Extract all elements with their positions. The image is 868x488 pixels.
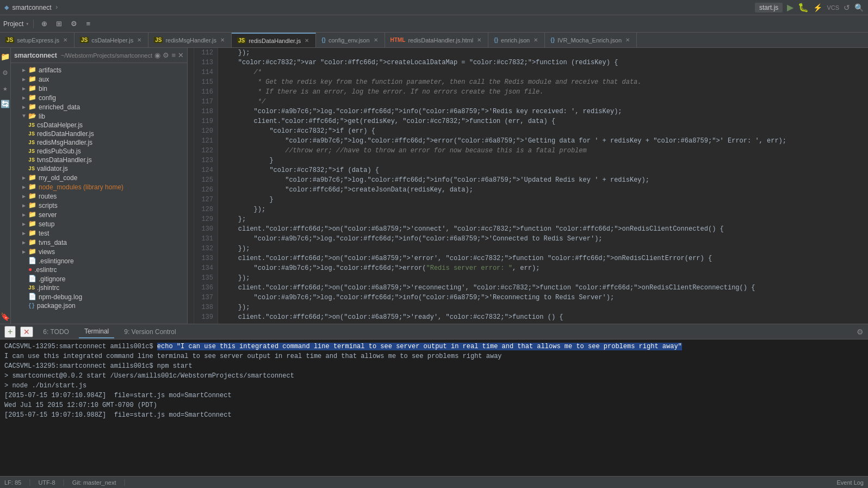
sidebar-item-views[interactable]: ▶ 📁 views — [11, 247, 187, 256]
sidebar-item-label: .gitignore — [39, 275, 65, 283]
sidebar-item-scripts[interactable]: ▶ 📁 scripts — [11, 201, 187, 210]
app-title: smartconnect — [12, 4, 51, 11]
coverage-button[interactable]: ⚡ — [813, 3, 822, 12]
sidebar-item-server[interactable]: ▶ 📁 server — [11, 210, 187, 219]
tab-close-icon[interactable]: ✕ — [624, 36, 631, 44]
tab-html-icon: HTML — [390, 37, 406, 43]
app-icon: ◆ — [4, 3, 9, 12]
terminal-body[interactable]: CACSVML-13295:smartconnect amills001c$ e… — [0, 339, 868, 476]
favorites-icon[interactable]: ★ — [2, 82, 8, 95]
sidebar-item-label: tvns_data — [39, 239, 67, 246]
tab-close-icon[interactable]: ✕ — [532, 36, 539, 44]
sidebar-item-routes[interactable]: ▶ 📁 routes — [11, 192, 187, 201]
toolbar-btn-3[interactable]: ⚙ — [67, 18, 80, 29]
terminal-add-btn[interactable]: + — [4, 326, 16, 338]
tab-close-icon[interactable]: ✕ — [136, 36, 142, 44]
status-git[interactable]: Git: master_next — [72, 479, 116, 486]
line-number: 133 — [199, 254, 213, 263]
sidebar: smartconnect ~/WebstormProjects/smartcon… — [11, 48, 188, 324]
terminal-remove-btn[interactable]: ✕ — [20, 326, 33, 337]
status-event-log[interactable]: Event Log — [836, 479, 864, 486]
code-content[interactable]: }); "color:#cc7832;">var "color:#ffc66d;… — [218, 48, 868, 324]
undo-button[interactable]: ↺ — [844, 3, 850, 12]
structure-icon[interactable]: ⚙ — [2, 66, 8, 79]
sidebar-item-npm-debug[interactable]: 📄 npm-debug.log — [11, 292, 187, 301]
tab-close-icon[interactable]: ✕ — [476, 36, 482, 44]
sidebar-item-test[interactable]: ▶ 📁 test — [11, 228, 187, 238]
tab-js-icon: JS — [80, 37, 89, 43]
sidebar-item-label: views — [39, 248, 55, 256]
status-encoding[interactable]: UTF-8 — [38, 479, 55, 486]
folder-icon: 📁 — [28, 94, 36, 102]
sidebar-item-redisPubSub[interactable]: JS redisPubSub.js — [11, 147, 187, 156]
tab-redisDataHandler[interactable]: JS redisDataHandler.js ✕ — [232, 33, 316, 47]
tab-close-icon[interactable]: ✕ — [373, 36, 379, 44]
project-icon[interactable]: 📁 — [0, 50, 11, 64]
sidebar-item-lib[interactable]: ▼ 📂 lib — [11, 112, 187, 121]
tab-close-icon[interactable]: ✕ — [62, 36, 69, 44]
sidebar-close-btn[interactable]: ✕ — [178, 51, 184, 59]
sidebar-item-redisMsgHandler[interactable]: JS redisMsgHandler.js — [11, 138, 187, 147]
code-line: client."color:#ffc66d;">on("color:#6a875… — [222, 224, 864, 234]
tab-csDataHelper[interactable]: JS csDataHelper.js ✕ — [75, 33, 148, 47]
search-button[interactable]: 🔍 — [854, 3, 864, 12]
sidebar-item-node-modules[interactable]: ▶ 📁 node_modules (library home) — [11, 182, 187, 192]
sidebar-more-btn[interactable]: ≡ — [171, 51, 176, 59]
sidebar-path: ~/WebstormProjects/smartconnect — [59, 52, 152, 59]
sidebar-item-my-old-code[interactable]: ▶ 📁 my_old_code — [11, 173, 187, 182]
code-line: } — [222, 195, 864, 205]
line-number: 120 — [199, 126, 213, 136]
toolbar-btn-1[interactable]: ⊕ — [38, 18, 51, 29]
folder-arrow-icon: ▶ — [20, 76, 28, 83]
sidebar-item-tvns-data[interactable]: ▶ 📁 tvns_data — [11, 238, 187, 247]
sidebar-item-bin[interactable]: ▶ 📁 bin — [11, 84, 187, 93]
terminal-tab-terminal[interactable]: Terminal — [79, 325, 114, 338]
sidebar-item-csDataHelper[interactable]: JS csDataHelper.js — [11, 121, 187, 129]
line-number: 134 — [199, 263, 213, 273]
sidebar-item-label: package.json — [37, 302, 76, 310]
toolbar-btn-4[interactable]: ≡ — [83, 18, 94, 29]
run-button[interactable]: ▶ — [787, 2, 793, 13]
sidebar-item-artifacts[interactable]: ▶ 📁 artifacts — [11, 65, 187, 75]
vcs-button[interactable]: VCS — [827, 4, 839, 11]
sidebar-item-tvnsDataHandler[interactable]: JS tvnsDataHandler.js — [11, 156, 187, 164]
folder-icon: 📁 — [28, 248, 36, 256]
terminal-tab-vc[interactable]: 9: Version Control — [119, 326, 181, 338]
folder-arrow-icon: ▶ — [20, 212, 28, 218]
sidebar-item-eslintrc[interactable]: ● .eslintrc — [11, 265, 187, 274]
sidebar-item-aux[interactable]: ▶ 📁 aux — [11, 75, 187, 84]
line-number: 132 — [199, 244, 213, 254]
tab-setupExpress[interactable]: JS setupExpress.js ✕ — [0, 33, 75, 47]
debug-button[interactable]: 🐛 — [798, 2, 809, 13]
terminal-settings-btn[interactable]: ⚙ — [857, 328, 864, 336]
sidebar-settings-btn[interactable]: ⚙ — [163, 51, 169, 59]
bookmark-icon[interactable]: 🔖 — [0, 310, 11, 324]
line-number: 139 — [199, 312, 213, 322]
status-lf[interactable]: LF: 85 — [4, 479, 21, 486]
tab-json-icon: {} — [321, 37, 326, 43]
sidebar-item-gitignore[interactable]: 📄 .gitignore — [11, 274, 187, 283]
tab-config-env[interactable]: {} config_env.json ✕ — [316, 33, 385, 47]
sidebar-item-config[interactable]: ▶ 📁 config — [11, 93, 187, 102]
file-icon: JS — [28, 122, 35, 128]
tab-IVR-Mocha[interactable]: {} IVR_Mocha_Enrich.json ✕ — [545, 33, 637, 47]
tab-redisMsgHandler[interactable]: JS redisMsgHandler.js ✕ — [148, 33, 232, 47]
sidebar-item-redisDataHandler[interactable]: JS redisDataHandler.js — [11, 129, 187, 138]
tab-redisDataHandlerHtml[interactable]: HTML redisDataHandler.js.html ✕ — [385, 33, 489, 47]
sidebar-item-validator[interactable]: JS validator.js — [11, 164, 187, 173]
code-line: * If there is an error, log the error. I… — [222, 87, 864, 97]
changes-icon[interactable]: 🔄 — [0, 97, 11, 111]
sidebar-item-setup[interactable]: ▶ 📁 setup — [11, 219, 187, 228]
terminal-tab-todo[interactable]: 6: TODO — [38, 326, 75, 338]
sidebar-item-enriched-data[interactable]: ▶ 📁 enriched_data — [11, 102, 187, 112]
tab-enrich[interactable]: {} enrich.json ✕ — [488, 33, 545, 47]
sidebar-item-eslintignore[interactable]: 📄 .eslintignore — [11, 256, 187, 265]
sidebar-item-label: config — [39, 94, 56, 102]
toolbar-btn-2[interactable]: ⊞ — [53, 18, 65, 29]
tab-close-icon[interactable]: ✕ — [219, 36, 226, 44]
sidebar-item-package-json[interactable]: {} package.json — [11, 301, 187, 310]
tab-close-icon[interactable]: ✕ — [303, 37, 310, 44]
sidebar-collapse-btn[interactable]: ◉ — [154, 51, 160, 59]
sidebar-tree: ▶ 📁 artifacts ▶ 📁 aux ▶ 📁 bin ▶ — [11, 63, 187, 324]
sidebar-item-jshintrc[interactable]: JS .jshintrc — [11, 283, 187, 292]
